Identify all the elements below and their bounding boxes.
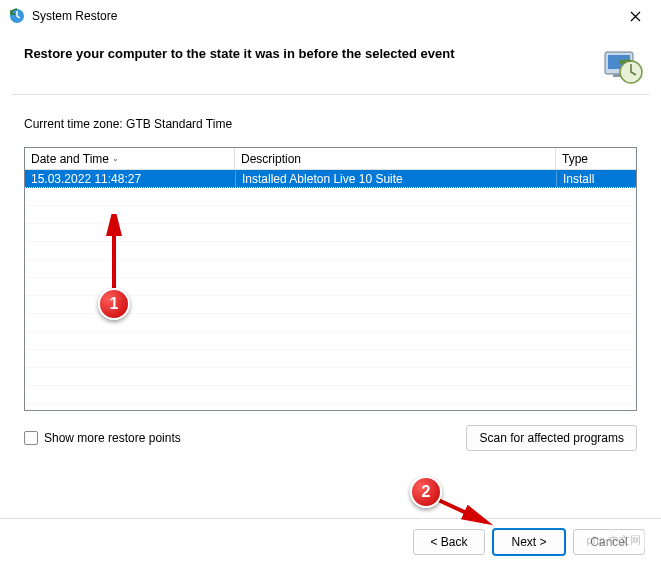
restore-clock-icon [601, 46, 645, 86]
table-row-empty [25, 350, 636, 368]
cancel-button[interactable]: Cancel [573, 529, 645, 555]
checkbox-icon [24, 431, 38, 445]
table-body: 15.03.2022 11:48:27 Installed Ableton Li… [25, 170, 636, 404]
table-row-empty [25, 278, 636, 296]
window-title: System Restore [32, 9, 615, 23]
table-row-empty [25, 314, 636, 332]
cell-description: Installed Ableton Live 10 Suite [235, 171, 556, 187]
back-button[interactable]: < Back [413, 529, 485, 555]
cell-type: Install [556, 171, 636, 187]
table-row-empty [25, 242, 636, 260]
column-header-type[interactable]: Type [556, 148, 636, 169]
table-row-empty [25, 260, 636, 278]
table-row[interactable]: 15.03.2022 11:48:27 Installed Ableton Li… [25, 170, 636, 188]
table-row-empty [25, 368, 636, 386]
close-button[interactable] [615, 2, 655, 30]
content-area: Current time zone: GTB Standard Time Dat… [0, 95, 661, 451]
options-row: Show more restore points Scan for affect… [24, 425, 637, 451]
restore-points-table: Date and Time ⌄ Description Type 15.03.2… [24, 147, 637, 411]
next-button[interactable]: Next > [493, 529, 565, 555]
system-restore-icon [8, 7, 26, 25]
column-label: Type [562, 152, 588, 166]
column-label: Description [241, 152, 301, 166]
checkbox-label: Show more restore points [44, 431, 181, 445]
header: Restore your computer to the state it wa… [0, 32, 661, 94]
table-row-empty [25, 206, 636, 224]
table-row-empty [25, 296, 636, 314]
table-header: Date and Time ⌄ Description Type [25, 148, 636, 170]
page-title: Restore your computer to the state it wa… [24, 46, 601, 61]
column-header-description[interactable]: Description [235, 148, 556, 169]
timezone-label: Current time zone: GTB Standard Time [24, 117, 637, 131]
annotation-badge-2: 2 [410, 476, 442, 508]
close-icon [630, 11, 641, 22]
show-more-checkbox-wrap[interactable]: Show more restore points [24, 431, 181, 445]
column-label: Date and Time [31, 152, 109, 166]
titlebar: System Restore [0, 0, 661, 32]
table-row-empty [25, 224, 636, 242]
sort-indicator-icon: ⌄ [112, 154, 119, 163]
table-row-empty [25, 386, 636, 404]
column-header-date[interactable]: Date and Time ⌄ [25, 148, 235, 169]
wizard-footer: < Back Next > Cancel [0, 518, 661, 565]
scan-affected-button[interactable]: Scan for affected programs [466, 425, 637, 451]
table-row-empty [25, 188, 636, 206]
cell-date: 15.03.2022 11:48:27 [25, 171, 235, 187]
table-row-empty [25, 332, 636, 350]
